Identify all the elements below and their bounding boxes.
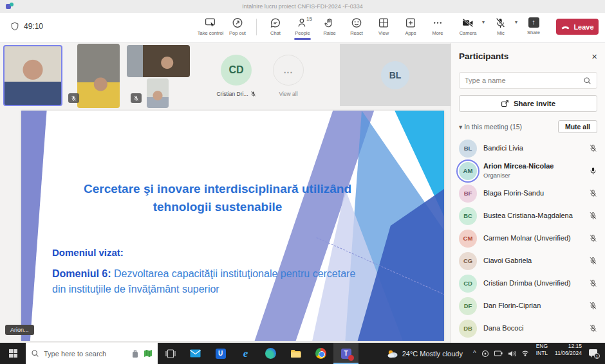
participant-row[interactable]: BL Bandici Livia [459, 137, 597, 159]
participant-row-organiser[interactable]: AM Arion Mircea-NicolaeOrganiser [459, 159, 597, 182]
taskbar-search-placeholder: Type here to search [44, 350, 127, 358]
mail-app-icon[interactable] [183, 343, 208, 364]
view-all-bubble[interactable]: ... View all [266, 55, 311, 97]
participant-row[interactable]: BC Bustea Cristiana-Magdalena [459, 205, 597, 227]
time: 12:15 [555, 343, 582, 350]
action-center-button[interactable]: 1 [586, 343, 605, 364]
slide-body-text: Domeniul 6: Dezvoltarea capacităţii inst… [52, 266, 360, 297]
folder-icon [290, 349, 301, 358]
more-button[interactable]: More [424, 16, 451, 36]
meeting-stage: CD Cristian Dri... ... View all BL Cerce… [0, 43, 451, 343]
teams-taskbar-icon[interactable]: T [333, 343, 358, 364]
tray-volume-icon[interactable] [508, 350, 516, 358]
raise-hand-button[interactable]: Raise [316, 16, 343, 36]
participant-row[interactable]: BF Blaga Florin-Sandu [459, 182, 597, 205]
task-view-icon [165, 349, 176, 358]
mic-on-icon[interactable] [589, 167, 597, 175]
mic-button[interactable]: Mic [487, 16, 514, 36]
take-control-icon [205, 17, 217, 28]
participant-row[interactable]: CM Carmen Molnar (Unverified) [459, 227, 597, 250]
muted-mic-icon[interactable] [589, 212, 597, 220]
pop-out-icon [232, 17, 243, 28]
participant-row[interactable]: DF Dan Florin-Ciprian [459, 295, 597, 317]
in-this-meeting-label[interactable]: ▾ In this meeting (15) [459, 123, 522, 131]
participant-row[interactable]: CG Ciavoi Gabriela [459, 250, 597, 272]
avatar: DB [459, 320, 477, 338]
avatar: CM [459, 230, 477, 248]
taskbar-search[interactable]: Type here to search [26, 343, 158, 364]
react-icon [351, 17, 362, 28]
avatar: CD [221, 55, 252, 86]
muted-mic-icon[interactable] [589, 257, 597, 265]
participant-search[interactable] [459, 72, 597, 89]
tray-status-icon[interactable] [481, 350, 489, 358]
notification-dot [348, 355, 354, 361]
participant-row[interactable]: CD Cristian Drimba (Unverified) [459, 272, 597, 295]
video-tile[interactable] [77, 44, 120, 108]
toolbar-divider [256, 19, 257, 35]
apps-button[interactable]: Apps [397, 16, 424, 36]
react-button[interactable]: React [343, 16, 370, 36]
participants-header: Participants [459, 51, 508, 61]
tray-battery-icon[interactable] [494, 350, 503, 357]
search-icon [583, 77, 591, 85]
shield-icon [10, 22, 19, 31]
video-tile-bl[interactable]: BL [340, 44, 451, 106]
action-center-icon: 1 [588, 349, 600, 359]
participant-row[interactable]: DB Dana Bococi [459, 317, 597, 340]
camera-chevron-icon[interactable]: ▾ [482, 19, 485, 25]
file-explorer-icon[interactable] [283, 343, 308, 364]
muted-mic-icon[interactable] [589, 324, 597, 332]
muted-mic-icon[interactable] [589, 234, 597, 242]
muted-mic-icon[interactable] [589, 302, 597, 310]
mic-chevron-icon[interactable]: ▾ [515, 19, 517, 25]
u-app-icon[interactable]: U [208, 343, 233, 364]
share-invite-button[interactable]: Share invite [459, 95, 597, 112]
tray-hotspot-icon[interactable] [521, 350, 529, 358]
avatar: CG [459, 252, 477, 270]
leave-button[interactable]: Leave [556, 19, 599, 35]
view-button[interactable]: View [370, 16, 397, 36]
system-tray: ^ [469, 343, 533, 364]
task-view-button[interactable] [158, 343, 183, 364]
camera-button[interactable]: Camera [454, 16, 481, 36]
muted-mic-icon [131, 93, 142, 103]
internet-explorer-icon[interactable]: e [233, 343, 258, 364]
weather-widget[interactable]: 24°C Mostly cloudy [380, 343, 469, 364]
video-tile[interactable] [147, 78, 169, 108]
start-button[interactable] [0, 343, 26, 364]
muted-mic-icon[interactable] [589, 189, 597, 197]
take-control-button[interactable]: Take control [197, 16, 224, 36]
muted-mic-icon [68, 93, 79, 103]
weather-desc: Mostly cloudy [420, 350, 463, 358]
participant-search-input[interactable] [465, 77, 583, 84]
muted-mic-icon[interactable] [589, 144, 597, 152]
muted-mic-icon[interactable] [589, 279, 597, 287]
slide-title: Cercetare şi inovare interdisciplinară u… [61, 180, 374, 215]
window-title: Intalnire lucru proiect CNFIS-FDI-2024 -… [242, 3, 363, 10]
weather-temp: 24°C [402, 350, 418, 358]
shared-presentation-slide: Cercetare şi inovare interdisciplinară u… [21, 111, 444, 341]
window-titlebar: Intalnire lucru proiect CNFIS-FDI-2024 -… [0, 0, 605, 13]
language-indicator[interactable]: ENGINTL [533, 343, 551, 364]
raise-hand-icon [324, 17, 335, 28]
close-icon[interactable]: × [591, 51, 597, 61]
video-tile[interactable] [127, 45, 190, 77]
ellipsis-icon: ... [273, 55, 304, 86]
avatar: BL [459, 140, 477, 158]
mute-all-button[interactable]: Mute all [558, 120, 597, 133]
video-tile-active-speaker[interactable] [3, 45, 62, 106]
share-button[interactable]: ↑ Share [520, 16, 547, 35]
windows-logo-icon [9, 349, 17, 358]
clock[interactable]: 12:1511/06/2024 [551, 343, 586, 364]
chat-button[interactable]: Chat [262, 16, 289, 36]
share-invite-icon [501, 100, 509, 108]
tray-expand-icon[interactable]: ^ [473, 350, 476, 357]
chrome-icon[interactable] [308, 343, 333, 364]
view-all-label: View all [279, 91, 297, 97]
people-button[interactable]: 15 People [289, 16, 316, 36]
mic-off-icon [495, 17, 506, 28]
participant-bubble-cd[interactable]: CD Cristian Dri... [214, 55, 259, 97]
pop-out-button[interactable]: Pop out [224, 16, 251, 36]
edge-icon[interactable] [258, 343, 283, 364]
